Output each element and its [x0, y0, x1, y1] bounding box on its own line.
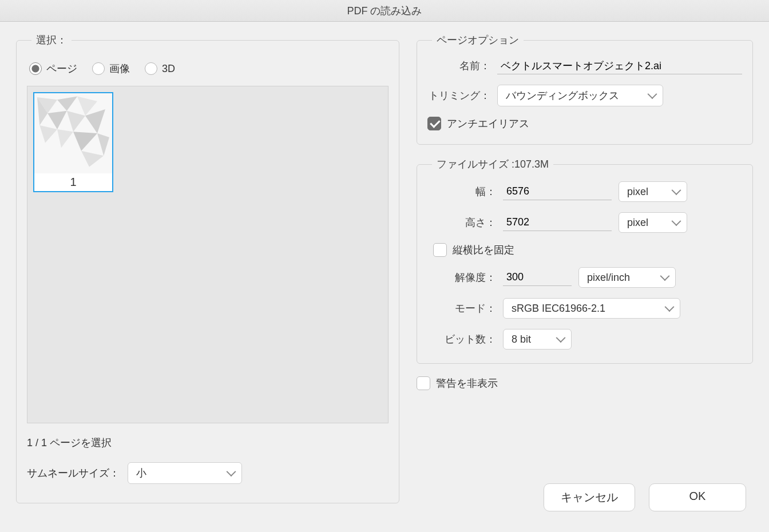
- checkbox-empty-icon: [417, 376, 430, 390]
- file-size-group: ファイルサイズ :107.3M 幅： pixel 高さ： pixel 縦横比を固…: [417, 157, 753, 364]
- suppress-warnings-label: 警告を非表示: [436, 376, 498, 390]
- height-label: 高さ：: [427, 216, 496, 229]
- height-unit-select[interactable]: pixel: [619, 212, 687, 233]
- thumbnail-size-value: 小: [136, 466, 146, 480]
- checkbox-check-icon: [427, 117, 441, 130]
- mode-select[interactable]: sRGB IEC61966-2.1: [503, 298, 680, 319]
- radio-page[interactable]: ページ: [29, 62, 77, 76]
- name-label: 名前：: [427, 59, 490, 73]
- file-size-legend: ファイルサイズ :107.3M: [432, 157, 553, 171]
- bit-select[interactable]: 8 bit: [503, 329, 572, 350]
- checkbox-empty-icon: [433, 243, 447, 257]
- resolution-unit-value: pixel/inch: [587, 272, 630, 284]
- cancel-button[interactable]: キャンセル: [544, 483, 635, 511]
- width-unit-select[interactable]: pixel: [619, 181, 687, 202]
- radio-page-label: ページ: [46, 62, 77, 76]
- radio-dot-icon: [29, 62, 42, 75]
- thumbnail-number: 1: [34, 173, 112, 191]
- thumbnail-area[interactable]: 1: [27, 86, 389, 423]
- thumbnail-preview: [34, 93, 112, 173]
- ok-button[interactable]: OK: [649, 483, 746, 511]
- resolution-input[interactable]: [503, 269, 572, 286]
- mode-label: モード：: [427, 301, 496, 315]
- constrain-checkbox[interactable]: 縦横比を固定: [433, 243, 514, 257]
- antialias-checkbox[interactable]: アンチエイリアス: [427, 117, 529, 130]
- trim-label: トリミング：: [427, 89, 490, 102]
- bit-label: ビット数：: [427, 332, 496, 346]
- radio-image-label: 画像: [109, 62, 130, 76]
- resolution-label: 解像度：: [427, 271, 496, 284]
- select-legend: 選択：: [31, 33, 72, 47]
- radio-3d[interactable]: 3D: [145, 62, 175, 75]
- width-label: 幅：: [427, 185, 496, 198]
- radio-3d-label: 3D: [162, 63, 175, 75]
- constrain-label: 縦横比を固定: [453, 243, 514, 257]
- height-input[interactable]: [503, 214, 612, 231]
- page-options-legend: ページオプション: [432, 33, 524, 47]
- radio-image[interactable]: 画像: [92, 62, 130, 76]
- thumbnail-size-select[interactable]: 小: [128, 462, 242, 484]
- trim-select[interactable]: バウンディングボックス: [497, 85, 663, 106]
- thumbnail-page-1[interactable]: 1: [33, 92, 113, 192]
- antialias-label: アンチエイリアス: [447, 117, 529, 130]
- width-input[interactable]: [503, 183, 612, 200]
- resolution-unit-select[interactable]: pixel/inch: [578, 267, 676, 288]
- height-unit-value: pixel: [627, 217, 648, 229]
- bit-value: 8 bit: [512, 334, 531, 346]
- radio-dot-icon: [145, 62, 157, 75]
- mode-value: sRGB IEC61966-2.1: [512, 303, 605, 315]
- page-options-group: ページオプション 名前： トリミング： バウンディングボックス アンチエイリアス: [417, 33, 753, 145]
- suppress-warnings-checkbox[interactable]: 警告を非表示: [417, 376, 498, 390]
- thumbnail-size-label: サムネールサイズ：: [27, 466, 120, 480]
- width-unit-value: pixel: [627, 186, 648, 198]
- radio-dot-icon: [92, 62, 105, 75]
- pages-selected-text: 1 / 1 ページを選択: [27, 436, 389, 450]
- trim-value: バウンディングボックス: [506, 89, 619, 102]
- select-group: 選択： ページ 画像 3D: [16, 33, 399, 503]
- dialog-title: PDF の読み込み: [0, 0, 769, 22]
- name-input[interactable]: [497, 57, 742, 74]
